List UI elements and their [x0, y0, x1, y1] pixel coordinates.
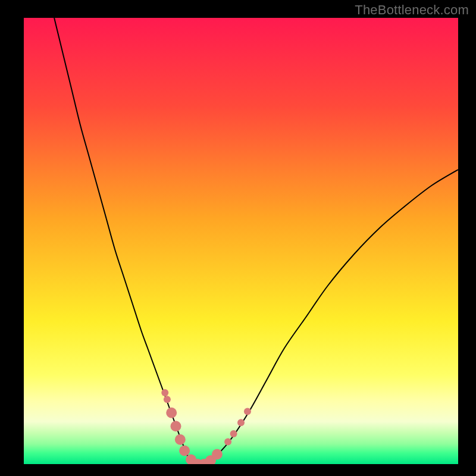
highlight-dot: [224, 439, 231, 446]
highlight-dot: [244, 408, 251, 415]
highlight-dot: [161, 389, 168, 396]
highlight-dot: [179, 446, 190, 456]
highlight-dot: [230, 430, 237, 437]
highlight-dot: [237, 419, 245, 426]
highlight-dot: [166, 408, 177, 418]
highlight-dot: [164, 396, 171, 403]
watermark-text: TheBottleneck.com: [355, 2, 469, 18]
chart-svg: [24, 18, 458, 464]
highlight-dot: [171, 421, 181, 431]
chart-background: [24, 18, 458, 464]
highlight-dot: [175, 434, 186, 445]
highlight-dot: [212, 449, 223, 460]
chart-plot-area: [24, 18, 458, 464]
chart-frame: TheBottleneck.com: [0, 0, 476, 476]
